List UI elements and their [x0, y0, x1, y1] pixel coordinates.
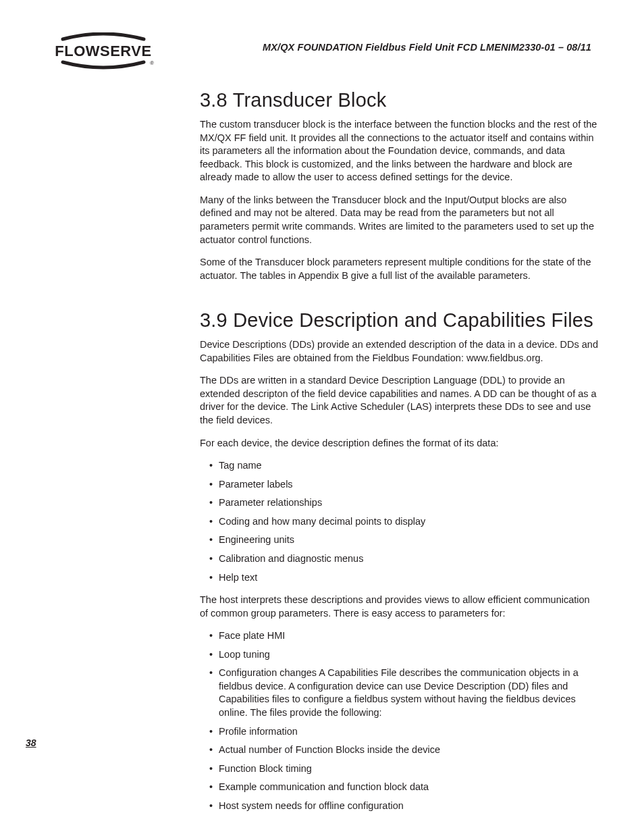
list-3-9-b: Face plate HMILoop tuningConfiguration c… — [200, 629, 598, 812]
para-3-8-2: Many of the links between the Transducer… — [200, 194, 598, 246]
list-item: Configuration changes A Capabilities Fil… — [200, 667, 598, 719]
list-item: Help text — [200, 571, 598, 585]
list-item: Face plate HMI — [200, 629, 598, 643]
list-item: Parameter labels — [200, 478, 598, 492]
logo-text-svg: FLOWSERVE — [55, 43, 151, 59]
list-item: Calibration and diagnostic menus — [200, 552, 598, 566]
para-3-8-3: Some of the Transducer block parameters … — [200, 256, 598, 282]
content-column: 3.8 Transducer Block The custom transduc… — [200, 89, 598, 822]
list-item: Loop tuning — [200, 648, 598, 662]
svg-text:®: ® — [150, 60, 154, 66]
page-number: 38 — [26, 737, 36, 748]
list-item: Actual number of Function Blocks inside … — [200, 744, 598, 757]
list-item: Profile information — [200, 725, 598, 739]
heading-3-9: 3.9 Device Description and Capabilities … — [200, 309, 598, 332]
heading-3-8: 3.8 Transducer Block — [200, 89, 598, 111]
para-3-9-3: For each device, the device description … — [200, 437, 598, 450]
list-item: Example communication and function block… — [200, 781, 598, 794]
document-header: MX/QX FOUNDATION Fieldbus Field Unit FCD… — [263, 42, 591, 53]
flowserve-logo: FLOWSERVE ® — [53, 32, 154, 70]
list-item: Function Block timing — [200, 762, 598, 776]
list-item: Engineering units — [200, 533, 598, 547]
para-3-9-4: The host interprets these descriptions a… — [200, 594, 598, 620]
para-3-9-2: The DDs are written in a standard Device… — [200, 374, 598, 427]
list-item: Parameter relationships — [200, 496, 598, 510]
list-item: Tag name — [200, 459, 598, 473]
para-3-9-1: Device Descriptions (DDs) provide an ext… — [200, 338, 598, 365]
list-item: Coding and how many decimal points to di… — [200, 515, 598, 529]
para-3-8-1: The custom transducer block is the inter… — [200, 118, 598, 184]
page: FLOWSERVE ® MX/QX FOUNDATION Fieldbus Fi… — [0, 0, 644, 834]
list-item: Host system needs for offline configurat… — [200, 800, 598, 813]
list-3-9-a: Tag nameParameter labelsParameter relati… — [200, 459, 598, 584]
